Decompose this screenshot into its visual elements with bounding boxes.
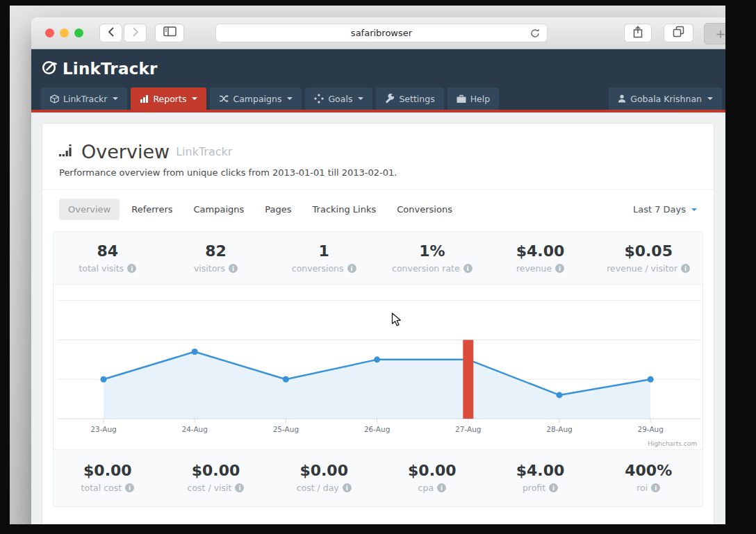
tabs-overview-icon <box>673 26 684 40</box>
user-menu[interactable]: Gobala Krishnan <box>609 87 722 110</box>
nav-item-settings[interactable]: Settings <box>376 87 443 110</box>
stat-value: $0.00 <box>378 462 486 479</box>
address-bar-text: safaribrowser <box>351 28 412 38</box>
stat-profit: $4.00profiti <box>486 462 595 493</box>
linktrackr-logo-icon <box>41 58 60 80</box>
screenshot-frame: safaribrowser + LinkTrackr LinkTrackrRep… <box>0 0 756 534</box>
stat-label-text: profit <box>523 483 545 493</box>
stat-value: 400% <box>594 462 702 479</box>
stat-label: cost / visiti <box>162 483 270 493</box>
stat-revenue: $4.00revenuei <box>486 242 595 274</box>
nav-item-linktrackr[interactable]: LinkTrackr <box>41 87 127 110</box>
svg-text:27-Aug: 27-Aug <box>455 425 481 433</box>
nav-item-reports[interactable]: Reports <box>131 87 206 110</box>
info-icon[interactable]: i <box>463 264 472 273</box>
nav-item-label: Reports <box>153 94 186 104</box>
page-subtitle: Performance overview from unique clicks … <box>59 167 697 178</box>
sidebar-toggle-button[interactable] <box>155 24 184 42</box>
stats-chart-panel: 84total visitsi82visitorsi1conversionsi1… <box>53 231 703 507</box>
zoom-window-button[interactable] <box>74 28 83 37</box>
stats-row-bottom: $0.00total costi$0.00cost / visiti$0.00c… <box>54 449 702 506</box>
app-logo-text: LinkTrackr <box>63 60 158 78</box>
show-tabs-button[interactable] <box>664 24 693 42</box>
stat-label-text: roi <box>636 483 648 493</box>
date-range-selector[interactable]: Last 7 Days <box>633 204 697 215</box>
stat-cost-day: $0.00cost / dayi <box>270 462 378 493</box>
info-icon[interactable]: i <box>555 264 564 273</box>
stat-value: $0.05 <box>594 242 702 260</box>
shuffle-icon <box>219 94 229 103</box>
stat-label-text: cpa <box>418 483 434 493</box>
close-window-button[interactable] <box>45 28 54 37</box>
share-icon <box>632 26 643 41</box>
report-chart-icon <box>59 144 75 160</box>
forward-button[interactable] <box>124 24 147 42</box>
plus-icon: + <box>715 26 725 41</box>
app-logo[interactable]: LinkTrackr <box>41 58 158 80</box>
nav-item-label: LinkTrackr <box>63 94 107 104</box>
stat-label: visitorsi <box>162 263 270 274</box>
main-nav-items: LinkTrackrReportsCampaignsGoalsSettingsH… <box>41 87 502 110</box>
tab-conversions[interactable]: Conversions <box>388 199 461 220</box>
stat-label-text: visitors <box>194 263 225 274</box>
stat-label-text: conversions <box>292 263 344 274</box>
tab-referrers[interactable]: Referrers <box>122 199 181 220</box>
info-icon[interactable]: i <box>235 483 244 492</box>
chevron-down-icon <box>691 208 697 211</box>
main-nav: LinkTrackrReportsCampaignsGoalsSettingsH… <box>31 87 725 112</box>
back-button[interactable] <box>99 24 122 42</box>
address-bar[interactable]: safaribrowser <box>215 24 548 42</box>
stat-label-text: revenue / visitor <box>607 263 677 274</box>
nav-item-help[interactable]: Help <box>447 87 500 110</box>
nav-item-goals[interactable]: Goals <box>305 87 372 110</box>
tab-tracking-links[interactable]: Tracking Links <box>304 199 386 220</box>
stat-value: 1% <box>378 242 486 260</box>
wrench-icon <box>385 94 395 103</box>
info-icon[interactable]: i <box>125 483 134 492</box>
stat-total-cost: $0.00total costi <box>54 462 162 493</box>
stat-label-text: conversion rate <box>392 263 460 274</box>
tab-overview[interactable]: Overview <box>59 199 120 220</box>
date-range-label: Last 7 Days <box>633 204 686 215</box>
page-title-suffix: LinkTrackr <box>176 145 232 158</box>
stat-value: 82 <box>162 242 270 260</box>
info-icon[interactable]: i <box>437 483 446 492</box>
stat-label: revenue / visitori <box>594 263 702 274</box>
reload-icon[interactable] <box>529 28 541 41</box>
svg-text:23-Aug: 23-Aug <box>90 425 116 433</box>
stat-value: $4.00 <box>486 242 595 260</box>
nav-item-label: Settings <box>399 94 434 104</box>
info-icon[interactable]: i <box>651 483 660 492</box>
overview-chart-svg: 23-Aug24-Aug25-Aug26-Aug27-Aug28-Aug29-A… <box>54 285 704 449</box>
info-icon[interactable]: i <box>347 264 356 273</box>
chart-credits: Highcharts.com <box>648 440 697 447</box>
new-tab-button[interactable]: + <box>704 23 725 44</box>
info-icon[interactable]: i <box>549 483 558 492</box>
nav-item-label: Campaigns <box>233 94 281 104</box>
share-button[interactable] <box>624 24 652 42</box>
stat-total-visits: 84total visitsi <box>54 242 162 274</box>
stat-label-text: total cost <box>81 483 122 493</box>
stat-label: cpai <box>378 483 486 493</box>
stat-roi: 400%roii <box>594 462 702 493</box>
info-icon[interactable]: i <box>229 264 238 273</box>
chevron-down-icon <box>707 97 713 100</box>
window-controls <box>45 28 83 37</box>
stat-value: $0.00 <box>270 462 378 479</box>
svg-text:28-Aug: 28-Aug <box>546 425 572 433</box>
minimize-window-button[interactable] <box>60 28 69 37</box>
info-icon[interactable]: i <box>127 264 136 273</box>
tab-pages[interactable]: Pages <box>256 199 300 220</box>
nav-item-campaigns[interactable]: Campaigns <box>210 87 302 110</box>
cube-icon <box>50 94 59 103</box>
stat-label: conversion ratei <box>378 263 486 274</box>
tab-campaigns[interactable]: Campaigns <box>185 199 254 220</box>
stat-value: 84 <box>54 242 162 260</box>
stat-conversions: 1conversionsi <box>270 242 378 274</box>
stat-label: total costi <box>54 483 162 493</box>
stat-cpa: $0.00cpai <box>378 462 486 493</box>
info-icon[interactable]: i <box>681 264 690 273</box>
info-icon[interactable]: i <box>343 483 352 492</box>
stat-visitors: 82visitorsi <box>162 242 270 274</box>
sidebar-icon <box>163 26 176 40</box>
